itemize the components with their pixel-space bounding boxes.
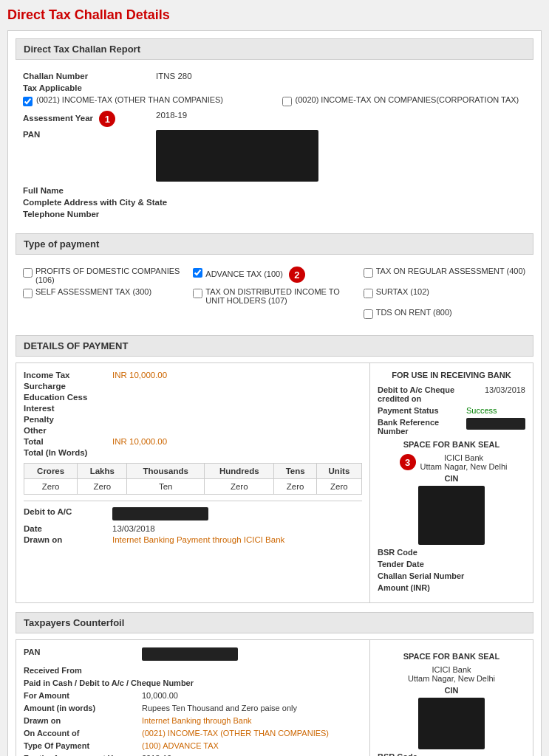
tax-applicable-label: Tax Applicable (23, 83, 156, 92)
c-type-payment-value: (100) ADVANCE TAX (142, 741, 362, 750)
bank-ref-label: Bank Reference Number (378, 418, 466, 436)
val-tens: Zero (274, 479, 316, 495)
c-drawn-on-value: Internet Banking through Bank (142, 716, 362, 725)
val-lakhs: Zero (78, 479, 127, 495)
val-units: Zero (316, 479, 361, 495)
counterfoil-cin-box (418, 698, 485, 749)
challan-serial-label: Challan Serial Number (378, 571, 466, 580)
assessment-year-row: Assessment Year 1 2018-19 (23, 111, 526, 127)
payment-checkbox-1[interactable] (193, 268, 202, 278)
surcharge-label: Surcharge (24, 382, 112, 391)
c-amount-words-row: Amount (in words) Rupees Ten Thousand an… (24, 704, 362, 712)
val-crores: Zero (24, 479, 78, 495)
total-in-words-row: Total (In Words) (24, 448, 362, 457)
date-label: Date (24, 524, 112, 533)
c-pan-redacted (142, 647, 238, 661)
address-label: Complete Address with City & State (23, 198, 167, 207)
penalty-label: Penalty (24, 415, 112, 424)
tax-checkbox2-label: (0020) INCOME-TAX ON COMPANIES(CORPORATI… (296, 95, 519, 104)
amount-table-header-row: Crores Lakhs Thousands Hundreds Tens Uni… (24, 464, 362, 479)
payment-type-item-5: SURTAX (102) (364, 287, 526, 305)
counterfoil-header: Taxpayers Counterfoil (16, 612, 533, 633)
amount-inr-value (466, 583, 525, 592)
main-container: Direct Tax Challan Report Challan Number… (7, 30, 542, 756)
bank-ref-redacted (466, 418, 525, 430)
amount-table-data-row: Zero Zero Ten Zero Zero Zero (24, 479, 362, 495)
amount-inr-label: Amount (INR) (378, 583, 466, 592)
tax-checkbox2[interactable] (282, 97, 292, 106)
payment-type-item-3: SELF ASSESSMENT TAX (300) (23, 287, 185, 305)
c-pan-row: PAN (24, 647, 362, 662)
payment-checkbox-4[interactable] (193, 289, 202, 298)
tax-applicable-row: Tax Applicable (23, 83, 526, 92)
tax-applicable-checkboxes: (0021) INCOME-TAX (OTHER THAN COMPANIES)… (23, 95, 526, 106)
col-tens: Tens (274, 464, 316, 479)
income-tax-row: Income Tax INR 10,000.00 (24, 371, 362, 379)
counterfoil-cin-label: CIN (378, 686, 525, 695)
badge3-bank-container: 3 ICICI Bank Uttam Nagar, New Delhi (378, 453, 525, 471)
penalty-row: Penalty (24, 415, 362, 424)
payment-type-item-2: TAX ON REGULAR ASSESSMENT (400) (364, 267, 526, 284)
payment-type-label-1: ADVANCE TAX (100) 2 (205, 267, 305, 283)
payment-type-label-8: TDS ON RENT (800) (376, 308, 452, 317)
full-name-label: Full Name (23, 186, 156, 195)
payment-type-item-6 (23, 308, 185, 319)
payment-type-section: PROFITS OF DOMESTIC COMPANIES (106) ADVA… (16, 261, 533, 329)
challan-number-row: Challan Number ITNS 280 (23, 72, 526, 80)
bank-seal-header: SPACE FOR BANK SEAL (378, 440, 525, 449)
payment-checkbox-0[interactable] (23, 268, 33, 278)
drawn-on-label: Drawn on (24, 535, 112, 544)
payment-checkbox-8[interactable] (364, 309, 373, 319)
debit-date-label: Debit to A/c Cheque credited on (378, 385, 485, 403)
tax-checkbox1-label: (0021) INCOME-TAX (OTHER THAN COMPANIES) (36, 95, 223, 104)
c-amount-words-label: Amount (in words) (24, 704, 142, 712)
c-on-account-value: (0021) INCOME-TAX (OTHER THAN COMPANIES) (142, 729, 362, 738)
telephone-row: Telephone Number (23, 210, 526, 219)
bank-payment-status-label: Payment Status (378, 406, 466, 415)
counterfoil-left: PAN Received From Paid in Cash / Debit t… (16, 640, 370, 756)
surcharge-row: Surcharge (24, 382, 362, 391)
debit-ac-label: Debit to A/C (24, 507, 112, 522)
counterfoil-bank-seal-header: SPACE FOR BANK SEAL (378, 652, 525, 661)
payment-checkbox-5[interactable] (364, 289, 373, 298)
address-row: Complete Address with City & State (23, 198, 526, 207)
income-tax-value: INR 10,000.00 (112, 371, 167, 379)
bank-name-address: ICICI Bank Uttam Nagar, New Delhi (420, 453, 508, 471)
bank-section-header: FOR USE IN RECEIVING BANK (378, 371, 525, 379)
details-section: Income Tax INR 10,000.00 Surcharge Educa… (16, 362, 533, 603)
total-in-words-label: Total (In Words) (24, 448, 112, 457)
payment-type-label-0: PROFITS OF DOMESTIC COMPANIES (106) (35, 267, 185, 284)
badge-1: 1 (99, 111, 115, 127)
payment-checkbox-2[interactable] (364, 268, 373, 278)
total-row: Total INR 10,000.00 (24, 437, 362, 446)
challan-serial-row: Challan Serial Number (378, 571, 525, 580)
challan-serial-value (466, 571, 525, 580)
bsr-code-label: BSR Code (378, 548, 466, 557)
full-name-row: Full Name (23, 186, 526, 195)
c-received-from-label: Received From (24, 666, 142, 675)
col-thousands: Thousands (127, 464, 205, 479)
pan-value (156, 130, 526, 183)
tax-checkbox1[interactable] (23, 97, 33, 106)
c-for-amount-row: For Amount 10,000.00 (24, 691, 362, 700)
debit-ac-value (112, 507, 208, 522)
counterfoil-bank-name: ICICI Bank (378, 665, 525, 674)
payment-type-header: Type of payment (16, 233, 533, 255)
pan-redacted (156, 130, 318, 182)
payment-type-item-4: TAX ON DISTRIBUTED INCOME TO UNIT HOLDER… (193, 287, 355, 305)
col-crores: Crores (24, 464, 78, 479)
other-row: Other (24, 426, 362, 435)
payment-checkbox-3[interactable] (23, 289, 33, 298)
details-left: Income Tax INR 10,000.00 Surcharge Educa… (16, 363, 370, 602)
drawn-on-row: Drawn on Internet Banking Payment throug… (24, 535, 362, 544)
val-hundreds: Zero (205, 479, 274, 495)
assessment-year-label: Assessment Year 1 (23, 111, 156, 127)
col-lakhs: Lakhs (78, 464, 127, 479)
cin-box (418, 486, 485, 545)
tax-checkbox1-item: (0021) INCOME-TAX (OTHER THAN COMPANIES) (23, 95, 267, 106)
col-hundreds: Hundreds (205, 464, 274, 479)
counterfoil-section: PAN Received From Paid in Cash / Debit t… (16, 639, 533, 756)
bank-ref-value (466, 418, 525, 436)
c-for-amount-label: For Amount (24, 691, 142, 700)
challan-number-value: ITNS 280 (156, 72, 526, 80)
